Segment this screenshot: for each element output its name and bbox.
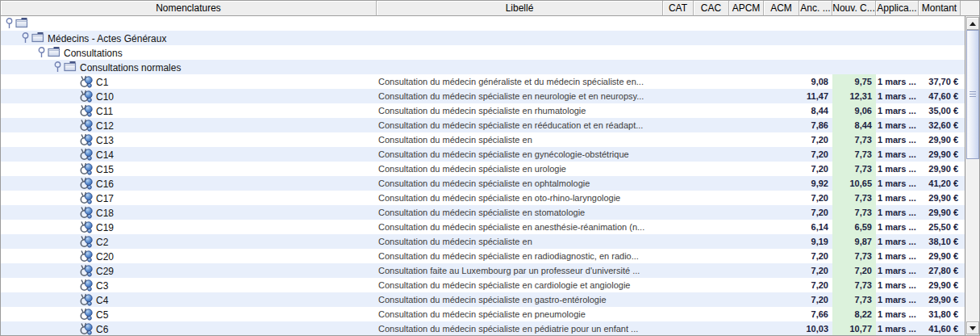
table-row[interactable]: C16Consultation du médecin spécialiste e…	[1, 176, 965, 191]
tree-indent	[1, 38, 22, 39]
cac-cell	[694, 162, 729, 176]
nouveau-coefficient-cell: 7,73	[832, 132, 876, 147]
apcm-cell	[729, 176, 764, 191]
scrollbar-thumb[interactable]	[966, 30, 979, 159]
table-row[interactable]: C12Consultation du médecin spécialiste e…	[1, 118, 965, 132]
code-label: C1	[96, 74, 108, 89]
ancien-coefficient-cell: 7,20	[799, 147, 832, 162]
column-header-cat[interactable]: CAT	[663, 1, 694, 16]
tree-expand-handle[interactable]	[54, 61, 61, 73]
tree-expand-handle-slot[interactable]	[38, 47, 45, 58]
column-header-cac[interactable]: CAC	[694, 1, 729, 16]
application-date-cell: 1 mars ...	[876, 162, 919, 176]
tree-expand-handle[interactable]	[22, 32, 29, 44]
tree-cell: Consultations normales	[1, 60, 377, 74]
table-row[interactable]: C3Consultation du médecin spécialiste en…	[1, 278, 965, 292]
table-row[interactable]: C2Consultation du médecin spécialiste en…	[1, 234, 965, 249]
table-row[interactable]: C13Consultation du médecin spécialiste e…	[1, 132, 965, 147]
tree-cell: C10	[1, 89, 377, 103]
stethoscope-icon	[80, 133, 93, 146]
tree-folder-row[interactable]: Consultations	[1, 45, 965, 60]
folder-label: Consultations normales	[80, 60, 181, 74]
tree-folder-row[interactable]: Consultations normales	[1, 60, 965, 74]
tree-expand-handle-slot[interactable]	[6, 18, 13, 29]
table-row[interactable]: C20Consultation du médecin spécialiste e…	[1, 249, 965, 263]
stethoscope-icon	[80, 148, 93, 161]
tree-handle-spacer	[70, 265, 77, 276]
tree-folder-row[interactable]	[1, 16, 965, 31]
apcm-cell	[729, 220, 764, 234]
table-row[interactable]: C10Consultation du médecin spécialiste e…	[1, 89, 965, 103]
cat-cell	[663, 31, 694, 45]
code-label: C4	[96, 292, 108, 307]
table-row[interactable]: C18Consultation du médecin spécialiste e…	[1, 205, 965, 220]
apcm-cell	[729, 147, 764, 162]
apcm-cell	[729, 16, 764, 31]
column-header-libelle[interactable]: Libellé	[377, 1, 663, 16]
vertical-scrollbar[interactable]	[965, 16, 979, 335]
tree-expand-handle[interactable]	[38, 47, 45, 58]
code-label: C13	[96, 132, 114, 147]
tree-cell	[1, 16, 377, 31]
cat-cell	[663, 16, 694, 31]
tree-expand-handle-slot[interactable]	[22, 32, 29, 44]
scroll-up-button[interactable]	[966, 17, 979, 30]
column-header-applica[interactable]: Applica...	[876, 1, 919, 16]
table-row[interactable]: C5Consultation du médecin spécialiste en…	[1, 307, 965, 321]
table-row[interactable]: C29Consultation faite au Luxembourg par …	[1, 263, 965, 278]
acm-cell	[764, 89, 799, 103]
folder-label: Médecins - Actes Généraux	[48, 31, 166, 45]
stethoscope-icon	[80, 322, 93, 335]
tree-expand-handle[interactable]	[6, 18, 13, 29]
nouveau-coefficient-cell: 9,06	[832, 103, 876, 118]
acm-cell	[764, 234, 799, 249]
tree-handle-spacer	[70, 105, 77, 116]
up-arrow-icon	[970, 22, 976, 26]
column-header-apcm[interactable]: APCM	[729, 1, 764, 16]
tree-expand-handle-slot[interactable]	[54, 61, 61, 73]
table-row[interactable]: C1Consultation du médecin généraliste et…	[1, 74, 965, 89]
table-row[interactable]: C4Consultation du médecin spécialiste en…	[1, 292, 965, 307]
column-header-nouv[interactable]: Nouv. C...	[832, 1, 876, 16]
table-row[interactable]: C15Consultation du médecin spécialiste e…	[1, 162, 965, 176]
cat-cell	[663, 292, 694, 307]
folder-label: Consultations	[64, 45, 123, 60]
nouveau-coefficient-cell: 10,65	[832, 176, 876, 191]
cat-cell	[663, 249, 694, 263]
libelle-cell: Consultation du médecin spécialiste en s…	[377, 205, 663, 220]
table-row[interactable]: C19Consultation du médecin spécialiste e…	[1, 220, 965, 234]
cat-cell	[663, 118, 694, 132]
tree-folder-row[interactable]: Médecins - Actes Généraux	[1, 31, 965, 45]
tree-handle-spacer	[70, 90, 77, 102]
nouveau-coefficient-cell: 7,20	[832, 263, 876, 278]
table-row[interactable]: C11Consultation du médecin spécialiste e…	[1, 103, 965, 118]
column-header-acm[interactable]: ACM	[764, 1, 799, 16]
table-row[interactable]: C6Consultation du médecin spécialiste en…	[1, 321, 965, 335]
column-header-montant[interactable]: Montant	[919, 1, 961, 16]
libelle-cell	[377, 60, 663, 74]
code-label: C15	[96, 162, 114, 176]
column-header-nomenclatures[interactable]: Nomenclatures	[1, 1, 377, 16]
stethoscope-icon	[80, 264, 93, 277]
tree-handle-spacer	[70, 178, 77, 189]
column-header-anc[interactable]: Anc. ...	[799, 1, 832, 16]
montant-cell: 41,20 €	[919, 176, 964, 191]
tree-indent	[1, 300, 70, 300]
table-row[interactable]: C17Consultation du médecin spécialiste e…	[1, 191, 965, 205]
montant-cell: 29,90 €	[919, 191, 964, 205]
montant-cell	[919, 31, 964, 45]
apcm-cell	[729, 89, 764, 103]
ancien-coefficient-cell	[799, 16, 832, 31]
table-row[interactable]: C14Consultation du médecin spécialiste e…	[1, 147, 965, 162]
nouveau-coefficient-cell: 7,73	[832, 147, 876, 162]
application-date-cell: 1 mars ...	[876, 103, 919, 118]
nouveau-coefficient-cell: 6,59	[832, 220, 876, 234]
libelle-cell: Consultation du médecin spécialiste en r…	[377, 249, 663, 263]
tree-cell: C20	[1, 249, 377, 263]
apcm-cell	[729, 321, 764, 335]
tree-indent	[1, 82, 70, 82]
tree-handle-spacer	[70, 236, 77, 247]
tree-cell: Médecins - Actes Généraux	[1, 31, 377, 45]
cac-cell	[694, 321, 729, 335]
scroll-down-button[interactable]	[966, 321, 979, 334]
